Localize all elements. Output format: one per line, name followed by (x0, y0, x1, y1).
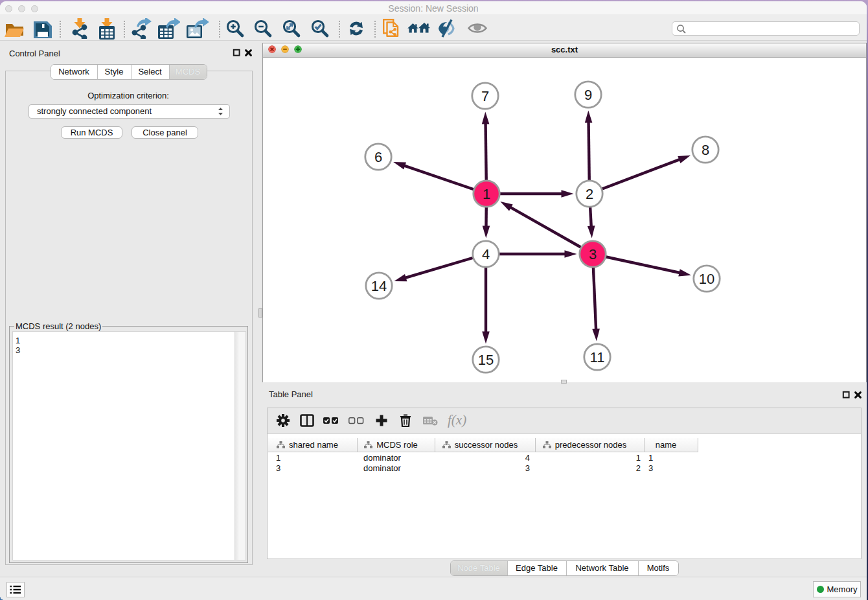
svg-text:2: 2 (586, 186, 593, 202)
svg-text:3: 3 (589, 246, 597, 262)
svg-text:11: 11 (590, 349, 605, 365)
svg-text:1: 1 (483, 186, 490, 202)
svg-text:4: 4 (482, 246, 490, 262)
svg-text:14: 14 (371, 278, 387, 294)
svg-text:9: 9 (584, 87, 592, 103)
svg-text:6: 6 (374, 149, 382, 165)
svg-text:10: 10 (699, 271, 714, 287)
svg-text:15: 15 (478, 352, 494, 368)
svg-text:7: 7 (481, 88, 489, 104)
svg-text:8: 8 (702, 142, 709, 158)
